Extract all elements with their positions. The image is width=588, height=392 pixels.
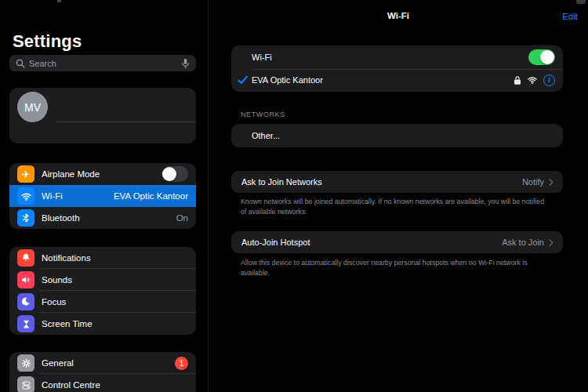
sidebar-item-control-centre[interactable]: Control Centre	[9, 374, 196, 392]
auto-join-value: Ask to Join	[502, 238, 544, 247]
connected-network-row[interactable]: EVA Optic Kantoor i	[231, 69, 563, 93]
auto-join-hotspot-card: Auto-Join Hotspot Ask to Join	[231, 231, 563, 253]
panel-title: Wi-Fi	[209, 11, 588, 20]
ask-to-join-row[interactable]: Ask to Join Networks Notify	[231, 171, 563, 193]
sidebar-item-bluetooth[interactable]: Bluetooth On	[9, 207, 196, 229]
ask-to-join-card: Ask to Join Networks Notify	[231, 171, 563, 193]
airplane-mode-toggle[interactable]	[162, 166, 188, 182]
sidebar-item-airplane-mode[interactable]: ✈ Airplane Mode	[9, 163, 196, 185]
ask-to-join-description: Known networks will be joined automatica…	[241, 197, 550, 217]
lock-icon	[514, 75, 521, 85]
chevron-right-icon	[549, 238, 554, 247]
other-network-row[interactable]: Other...	[231, 124, 563, 147]
sidebar-item-screen-time[interactable]: Screen Time	[9, 313, 196, 335]
auto-join-description: Allow this device to automatically disco…	[241, 258, 557, 278]
bluetooth-status-value: On	[176, 213, 188, 223]
control-centre-icon	[17, 376, 34, 392]
network-name: EVA Optic Kantoor	[252, 75, 323, 85]
wifi-toggle-row[interactable]: Wi-Fi	[231, 45, 563, 69]
screen-time-hourglass-icon	[17, 315, 34, 332]
apple-id-card[interactable]: MV	[9, 88, 196, 143]
sidebar-item-notifications[interactable]: Notifications	[9, 247, 196, 269]
chevron-right-icon	[549, 178, 554, 187]
sidebar-item-sounds[interactable]: Sounds	[9, 269, 196, 291]
wifi-signal-icon	[527, 75, 538, 85]
search-icon	[16, 59, 25, 68]
search-bar[interactable]	[9, 55, 196, 71]
notification-badge: 1	[175, 357, 188, 370]
sidebar-item-focus[interactable]: Focus	[9, 291, 196, 313]
sidebar-item-general[interactable]: General 1	[9, 352, 196, 374]
notifications-icon	[17, 249, 34, 267]
ask-to-join-value: Notify	[522, 177, 544, 187]
focus-moon-icon	[17, 293, 34, 310]
airplane-mode-icon: ✈	[17, 165, 34, 183]
info-icon[interactable]: i	[543, 74, 555, 86]
settings-sidebar: Settings MV ✈ Airplane Mode	[0, 0, 209, 392]
section-header-networks: NETWORKS	[241, 111, 285, 118]
wifi-network-value: EVA Optic Kantoor	[114, 191, 188, 201]
settings-app-window: Settings MV ✈ Airplane Mode	[0, 0, 588, 392]
sidebar-group-alerts: Notifications Sounds	[9, 247, 196, 335]
page-title: Settings	[13, 31, 82, 52]
avatar[interactable]: MV	[17, 92, 48, 122]
sidebar-group-radios: ✈ Airplane Mode Wi-Fi EVA Optic Kantoor	[9, 163, 196, 229]
checkmark-icon	[238, 75, 248, 85]
sounds-icon	[17, 271, 34, 289]
sidebar-item-wifi[interactable]: Wi-Fi EVA Optic Kantoor	[9, 185, 196, 207]
sidebar-group-general: General 1 Control Centre	[9, 352, 196, 392]
auto-join-hotspot-row[interactable]: Auto-Join Hotspot Ask to Join	[231, 231, 563, 253]
gear-icon	[17, 354, 34, 372]
wifi-icon	[17, 187, 34, 205]
other-network-card: Other...	[231, 124, 563, 147]
bluetooth-icon	[17, 209, 34, 227]
search-input[interactable]	[29, 59, 181, 68]
divider	[56, 122, 196, 122]
dictation-mic-icon[interactable]	[181, 58, 190, 69]
wifi-toggle[interactable]	[528, 49, 555, 65]
edit-button[interactable]: Edit	[562, 12, 578, 21]
wifi-detail-panel: Wi-Fi Edit Wi-Fi EVA Optic Kantoor	[209, 0, 588, 392]
wifi-card: Wi-Fi EVA Optic Kantoor	[231, 45, 563, 92]
